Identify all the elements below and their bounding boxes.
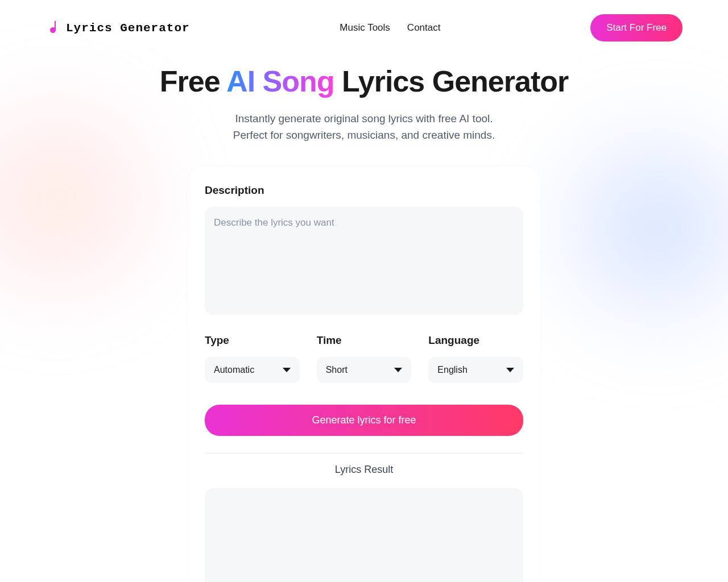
nav: Music Tools Contact [340, 22, 440, 34]
nav-contact[interactable]: Contact [407, 22, 441, 34]
logo-text: Lyrics Generator [66, 22, 190, 35]
type-group: Type Automatic [205, 334, 300, 383]
language-group: Language English [428, 334, 523, 383]
music-note-icon [46, 20, 59, 36]
nav-music-tools[interactable]: Music Tools [340, 22, 390, 34]
hero-subtitle: Instantly generate original song lyrics … [0, 111, 728, 143]
time-select[interactable]: Short [317, 357, 412, 383]
time-label: Time [317, 334, 412, 347]
generate-button[interactable]: Generate lyrics for free [205, 405, 523, 436]
header: Lyrics Generator Music Tools Contact Sta… [0, 0, 728, 56]
selects-row: Type Automatic Time Short Language Engli… [205, 334, 523, 383]
language-value: English [437, 365, 467, 375]
chevron-down-icon [394, 368, 402, 372]
logo[interactable]: Lyrics Generator [46, 20, 190, 36]
type-value: Automatic [214, 365, 254, 375]
description-input[interactable] [205, 207, 523, 315]
start-for-free-button[interactable]: Start For Free [590, 14, 682, 41]
hero-title-post: Lyrics Generator [334, 65, 569, 98]
hero: Free AI Song Lyrics Generator Instantly … [0, 56, 728, 143]
language-label: Language [428, 334, 523, 347]
description-label: Description [205, 184, 523, 197]
result-divider: Lyrics Result [205, 453, 523, 476]
result-output [205, 488, 523, 582]
result-label: Lyrics Result [205, 464, 523, 476]
hero-subtitle-line1: Instantly generate original song lyrics … [235, 113, 493, 124]
type-label: Type [205, 334, 300, 347]
chevron-down-icon [506, 368, 514, 372]
language-select[interactable]: English [428, 357, 523, 383]
hero-title: Free AI Song Lyrics Generator [0, 64, 728, 98]
time-group: Time Short [317, 334, 412, 383]
hero-title-gradient: AI Song [226, 65, 334, 98]
type-select[interactable]: Automatic [205, 357, 300, 383]
hero-subtitle-line2: Perfect for songwriters, musicians, and … [233, 129, 495, 141]
time-value: Short [326, 365, 348, 375]
generator-card: Description Type Automatic Time Short La… [188, 166, 540, 582]
hero-title-pre: Free [160, 65, 226, 98]
chevron-down-icon [283, 368, 291, 372]
